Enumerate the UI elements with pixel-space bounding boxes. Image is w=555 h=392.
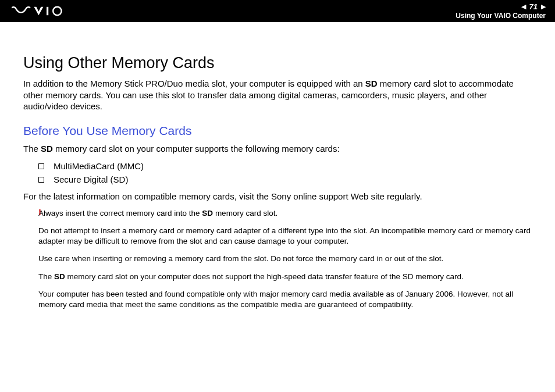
w1-bold: SD [202,209,213,218]
support-pre: The [23,144,41,154]
bullet-label: Secure Digital (SD) [54,174,128,184]
warning-line-5: Your computer has been tested and found … [38,289,532,310]
support-line: The SD memory card slot on your computer… [23,142,532,155]
w4-post: memory card slot on your computer does n… [65,272,464,281]
warning-line-4: The SD memory card slot on your computer… [38,272,532,282]
svg-rect-0 [47,7,48,15]
bullet-label: MultiMediaCard (MMC) [54,161,144,171]
bullet-box-icon [38,177,44,183]
latest-info: For the latest information on compatible… [23,191,532,202]
support-post: memory card slot on your computer suppor… [53,144,340,154]
support-bold: SD [41,144,53,154]
w4-pre: The [38,272,54,281]
next-page-arrow-icon[interactable]: ▶ [541,3,546,10]
bullet-box-icon [38,163,44,169]
warning-line-1: Always insert the correct memory card in… [38,208,532,219]
w1-pre: Always insert the correct memory card in… [38,209,202,218]
warning-line-3: Use care when inserting or removing a me… [38,254,532,264]
warning-line-2: Do not attempt to insert a memory card o… [38,226,532,247]
intro-paragraph: In addition to the Memory Stick PRO/Duo … [23,78,532,112]
prev-page-arrow-icon[interactable]: ◀ [521,3,526,10]
section-subtitle: Before You Use Memory Cards [23,124,532,138]
intro-text-bold: SD [365,79,378,88]
list-item: Secure Digital (SD) [23,173,532,186]
header-bar: ◀ 71 ▶ Using Your VAIO Computer [0,0,555,22]
page-number: 71 [529,2,538,11]
page-title: Using Other Memory Cards [23,54,532,72]
w1-post: memory card slot. [213,209,278,218]
vaio-logo [12,6,67,16]
bullet-list: MultiMediaCard (MMC) Secure Digital (SD) [23,159,532,186]
header-right: ◀ 71 ▶ Using Your VAIO Computer [456,2,546,20]
warning-block: ! Always insert the correct memory card … [23,208,532,311]
page-content: Using Other Memory Cards In addition to … [0,22,555,329]
svg-point-1 [53,7,61,15]
page-nav: ◀ 71 ▶ [456,2,546,11]
section-label: Using Your VAIO Computer [456,12,546,20]
list-item: MultiMediaCard (MMC) [23,159,532,173]
warning-icon: ! [38,207,41,217]
w4-bold: SD [54,272,65,281]
intro-text-pre: In addition to the Memory Stick PRO/Duo … [23,79,365,88]
